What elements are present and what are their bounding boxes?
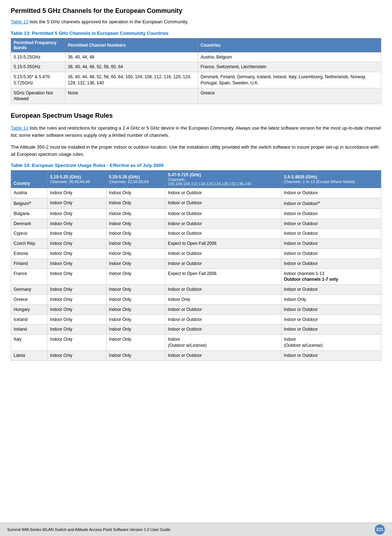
section2-title: European Spectrum Usage Rules: [11, 112, 381, 120]
table14-row9-col3: Indoor Only: [106, 285, 165, 295]
table14-row0-col2: Indoor Only: [47, 188, 106, 198]
table14-row2-col3: Indoor Only: [106, 209, 165, 219]
table14-row15-col3: Indoor Only: [106, 350, 165, 360]
table14-row3-col4: Indoor or Outdoor: [165, 219, 281, 229]
table13-row3-col1: None: [65, 88, 198, 104]
table14-row-11: HungaryIndoor OnlyIndoor OnlyIndoor or O…: [11, 304, 381, 314]
table13-header-1: Permitted Frequency Bands: [11, 38, 65, 52]
table14-row1-col3: Indoor Only: [106, 198, 165, 209]
table14-row-9: GermanyIndoor OnlyIndoor OnlyIndoor or O…: [11, 285, 381, 295]
table14-row8-col3: Indoor Only: [106, 269, 165, 285]
table14-row-4: CyprusIndoor OnlyIndoor OnlyIndoor or Ou…: [11, 229, 381, 239]
table14-row5-col5: Indoor or Outdoor: [281, 239, 381, 249]
table14-row-8: FranceIndoor OnlyIndoor OnlyExpect to Op…: [11, 269, 381, 285]
table14-row14-col3: Indoor Only: [106, 335, 165, 351]
table13-row2-col1: 36, 40, 44, 48, 52, 56, 60, 64, 100, 104…: [65, 72, 198, 88]
table13-row1-col2: France, Switzerland, Liechtenstein: [198, 62, 381, 72]
table14-row10-col5: Indoor Only: [281, 295, 381, 305]
table14-row10-col2: Indoor Only: [47, 295, 106, 305]
table14-country-10: Greece: [11, 295, 47, 305]
table14-row14-col5: Indoor(Outdoor w/License): [281, 335, 381, 351]
table14-country-5: Czech Rep.: [11, 239, 47, 249]
table14-row1-col5: Indoor or Outdoora: [281, 198, 381, 209]
table13-row3-col0: 5GHz Operation Not Allowed: [11, 88, 65, 104]
intro-2a: Table 14 lists the rules and restriction…: [11, 125, 381, 139]
table14-row0-col3: Indoor Only: [106, 188, 165, 198]
table13-header-2: Permitted Channel Numbers: [65, 38, 198, 52]
table14-row11-col4: Indoor or Outdoor: [165, 304, 281, 314]
table14-country-3: Denmark: [11, 219, 47, 229]
table14-row5-col3: Indoor Only: [106, 239, 165, 249]
table14-country-12: Iceland: [11, 314, 47, 325]
table14-row-3: DenmarkIndoor OnlyIndoor OnlyIndoor or O…: [11, 219, 381, 229]
table14-country-4: Cyprus: [11, 229, 47, 239]
table14-row2-col2: Indoor Only: [47, 209, 106, 219]
table14-country-0: Austria: [11, 188, 47, 198]
table13-header-3: Countries: [198, 38, 381, 52]
table13-row0-col0: 5.15-5.25GHz: [11, 52, 65, 62]
table13-title: Table 13: Permitted 5 GHz Channels in Eu…: [11, 31, 381, 36]
table14-row1-col2: Indoor Only: [47, 198, 106, 209]
table14-col3-header: 5.25-5.35 (GHz) Channels: 52,56,60,64: [106, 171, 165, 188]
table14: Country 5.15-5.25 (GHz) Channels: 36,40,…: [11, 170, 381, 360]
table14-country-1: Belgiuma: [11, 198, 47, 209]
table14-country-9: Germany: [11, 285, 47, 295]
table13-row1-col0: 5.15-5.35GHz: [11, 62, 65, 72]
table14-row12-col4: Indoor or Outdoor: [165, 314, 281, 325]
table14-row12-col3: Indoor Only: [106, 314, 165, 325]
table14-row2-col5: Indoor or Outdoor: [281, 209, 381, 219]
table14-row9-col2: Indoor Only: [47, 285, 106, 295]
table14-country-15: Latvia: [11, 350, 47, 360]
table13: Permitted Frequency Bands Permitted Chan…: [11, 38, 381, 104]
table14-row15-col5: Indoor or Outdoor: [281, 350, 381, 360]
table14-row4-col3: Indoor Only: [106, 229, 165, 239]
table14-row13-col2: Indoor Only: [47, 325, 106, 335]
table14-row15-col2: Indoor Only: [47, 350, 106, 360]
table14-row13-col3: Indoor Only: [106, 325, 165, 335]
table13-row2-col2: Denmark, Finland, Germany, Iceland, Irel…: [198, 72, 381, 88]
table14-row12-col5: Indoor or Outdoor: [281, 314, 381, 325]
table14-country-11: Hungary: [11, 304, 47, 314]
intro-text-1: lists the 5 GHz channels approved for op…: [30, 19, 188, 24]
table14-row4-col2: Indoor Only: [47, 229, 106, 239]
table14-row9-col5: Indoor or Outdoor: [281, 285, 381, 295]
table13-row1-col1: 36, 40, 44, 48, 52, 56, 60, 64: [65, 62, 198, 72]
table14-row6-col3: Indoor Only: [106, 249, 165, 259]
table14-country-8: France: [11, 269, 47, 285]
table14-row13-col4: Indoor or Outdoor: [165, 325, 281, 335]
table14-col2-header: 5.15-5.25 (GHz) Channels: 36,40,44,48: [47, 171, 106, 188]
table14-row2-col4: Indoor or Outdoor: [165, 209, 281, 219]
table14-row-10: GreeceIndoor OnlyIndoor OnlyIndoor OnlyI…: [11, 295, 381, 305]
table14-row6-col2: Indoor Only: [47, 249, 106, 259]
table14-row7-col2: Indoor Only: [47, 258, 106, 269]
table14-row14-col2: Indoor Only: [47, 335, 106, 351]
table14-country-7: Finland: [11, 258, 47, 269]
table14-row11-col3: Indoor Only: [106, 304, 165, 314]
table13-link[interactable]: Table 13: [11, 19, 28, 24]
table14-row-5: Czech Rep.Indoor OnlyIndoor OnlyExpect t…: [11, 239, 381, 249]
table14-row5-col4: Expect to Open Fall 2006: [165, 239, 281, 249]
table14-row4-col4: Indoor or Outdoor: [165, 229, 281, 239]
table14-row-2: BulgariaIndoor OnlyIndoor OnlyIndoor or …: [11, 209, 381, 219]
table14-row10-col3: Indoor Only: [106, 295, 165, 305]
table14-row-15: LatviaIndoor OnlyIndoor OnlyIndoor or Ou…: [11, 350, 381, 360]
table14-row1-col4: Indoor or Outdoor: [165, 198, 281, 209]
table14-row15-col4: Indoor or Outdoor: [165, 350, 281, 360]
table14-row-13: IrelandIndoor OnlyIndoor OnlyIndoor or O…: [11, 325, 381, 335]
table14-row-12: IcelandIndoor OnlyIndoor OnlyIndoor or O…: [11, 314, 381, 325]
table14-row12-col2: Indoor Only: [47, 314, 106, 325]
intro-paragraph-1: Table 13 lists the 5 GHz channels approv…: [11, 18, 381, 25]
table14-row0-col4: Indoor or Outdoor: [165, 188, 281, 198]
intro-2b: The Altitude 350-2 must be installed in …: [11, 144, 381, 158]
table14-row-1: BelgiumaIndoor OnlyIndoor OnlyIndoor or …: [11, 198, 381, 209]
table14-country-14: Italy: [11, 335, 47, 351]
table14-row11-col2: Indoor Only: [47, 304, 106, 314]
table13-row3-col2: Greece: [198, 88, 381, 104]
table14-row8-col2: Indoor Only: [47, 269, 106, 285]
table14-link[interactable]: Table 14: [11, 125, 28, 131]
table14-row-0: AustriaIndoor OnlyIndoor OnlyIndoor or O…: [11, 188, 381, 198]
table14-row13-col5: Indoor or Outdoor: [281, 325, 381, 335]
table14-col1-header: Country: [11, 171, 47, 188]
table14-row4-col5: Indoor or Outdoor: [281, 229, 381, 239]
table14-col4-header: 5.47-5.725 (GHz) Channels: 100,104,108,1…: [165, 171, 281, 188]
